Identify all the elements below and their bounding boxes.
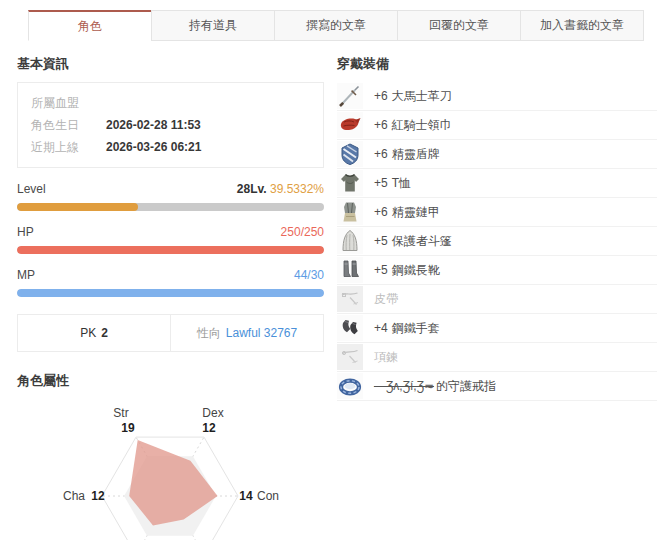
- tab-replied-posts[interactable]: 回覆的文章: [397, 10, 521, 41]
- character-profile-page: 角色 持有道具 撰寫的文章 回覆的文章 加入書籤的文章 基本資訊 所屬血盟 角色…: [0, 10, 668, 540]
- item-name: 紅騎士領巾: [392, 118, 452, 132]
- item-name: 大馬士革刀: [392, 89, 452, 103]
- basic-info-title: 基本資訊: [17, 55, 324, 73]
- level-percent: 39.5332%: [270, 182, 324, 196]
- equipment-row-iron-gloves[interactable]: +4鋼鐵手套: [337, 314, 657, 343]
- gloves-icon: [337, 315, 363, 341]
- equipment-row-tshirt[interactable]: +5T恤: [337, 169, 657, 198]
- hp-label: HP: [17, 225, 34, 239]
- level-label: Level: [17, 182, 46, 196]
- scarf-icon: [337, 112, 363, 138]
- radar-axis-value: 19: [121, 421, 135, 435]
- tab-label: 撰寫的文章: [306, 17, 366, 34]
- tab-bookmarked-posts[interactable]: 加入書籤的文章: [520, 10, 644, 41]
- level-progress-fill: [17, 203, 138, 211]
- tab-label: 回覆的文章: [429, 17, 489, 34]
- cloak-icon: [337, 228, 363, 254]
- mp-value: 44/30: [294, 268, 324, 282]
- item-name: 皮帶: [374, 292, 398, 306]
- info-row-birthday: 角色生日 2026-02-28 11:53: [31, 114, 310, 136]
- equipment-title: 穿戴裝備: [337, 55, 657, 73]
- attribute-radar-wrap: Str19Dex12Con14Int8Wis10Cha12: [17, 399, 324, 540]
- tab-label: 持有道具: [189, 17, 237, 34]
- tshirt-icon: [337, 170, 363, 196]
- radar-axis-label: Str: [113, 406, 128, 420]
- tab-written-posts[interactable]: 撰寫的文章: [274, 10, 398, 41]
- info-row-clan: 所屬血盟: [31, 92, 310, 114]
- equipment-row-protector-cloak[interactable]: +5保護者斗篷: [337, 227, 657, 256]
- pk-value: 2: [101, 326, 108, 340]
- hp-progress-fill: [17, 246, 324, 254]
- attribute-radar-chart: Str19Dex12Con14Int8Wis10Cha12: [17, 399, 324, 540]
- equipment-row-guardian-ring[interactable]: —Ʒʌ,Ʒí,Ʒ≂的守護戒指: [337, 372, 657, 401]
- tab-items[interactable]: 持有道具: [151, 10, 275, 41]
- pk-count: PK2: [18, 315, 170, 351]
- shield-icon: [337, 141, 363, 167]
- tab-bar: 角色 持有道具 撰寫的文章 回覆的文章 加入書籤的文章: [28, 10, 657, 41]
- hp-value: 250/250: [281, 225, 324, 239]
- item-name: 鋼鐵手套: [392, 321, 440, 335]
- pk-alignment-box: PK2 性向 Lawful 32767: [17, 314, 324, 352]
- item-name: 鋼鐵長靴: [392, 263, 440, 277]
- info-value: 2026-03-26 06:21: [106, 136, 201, 158]
- info-label: 所屬血盟: [31, 92, 79, 114]
- item-name: T恤: [392, 176, 411, 190]
- item-name: 精靈盾牌: [392, 147, 440, 161]
- item-name-garbled: —Ʒʌ,Ʒí,Ʒ≂: [374, 379, 434, 393]
- tab-label: 加入書籤的文章: [540, 17, 624, 34]
- radar-axis-label: Dex: [202, 406, 223, 420]
- sword-icon: [337, 83, 363, 109]
- equipment-row-iron-boots[interactable]: +5鋼鐵長靴: [337, 256, 657, 285]
- radar-axis-label: Con: [257, 489, 279, 503]
- alignment-label: 性向: [197, 325, 221, 342]
- equipment-row-damascus-sword[interactable]: +6大馬士革刀: [337, 82, 657, 111]
- mp-label: MP: [17, 268, 35, 282]
- radar-axis-value: 12: [91, 489, 105, 503]
- item-name: 項鍊: [374, 350, 398, 364]
- alignment: 性向 Lawful 32767: [170, 315, 323, 351]
- hp-bar-group: HP 250/250: [17, 225, 324, 254]
- info-value: 2026-02-28 11:53: [106, 114, 201, 136]
- necklace-icon: [337, 344, 363, 370]
- equipment-row-elven-shield[interactable]: +6精靈盾牌: [337, 140, 657, 169]
- equipment-row-necklace[interactable]: 項鍊: [337, 343, 657, 372]
- item-name: 精靈鏈甲: [392, 205, 440, 219]
- mp-progress-track: [17, 289, 324, 297]
- mp-bar-group: MP 44/30: [17, 268, 324, 297]
- boots-icon: [337, 257, 363, 283]
- hp-progress-track: [17, 246, 324, 254]
- tab-label: 角色: [78, 18, 102, 35]
- level-value: 28Lv. 39.5332%: [237, 182, 324, 196]
- equipment-list: +6大馬士革刀 +6紅騎士領巾 +6精靈盾牌: [337, 82, 657, 401]
- alignment-value: Lawful 32767: [226, 326, 297, 340]
- tab-character[interactable]: 角色: [28, 10, 152, 41]
- radar-axis-value: 12: [202, 421, 216, 435]
- radar-axis-value: 14: [239, 489, 253, 503]
- item-name: 保護者斗篷: [392, 234, 452, 248]
- chainmail-icon: [337, 199, 363, 225]
- attributes-title: 角色屬性: [17, 372, 324, 390]
- radar-axis-label: Cha: [63, 489, 85, 503]
- info-label: 近期上線: [31, 136, 79, 158]
- item-name: 的守護戒指: [436, 379, 496, 393]
- basic-info-box: 所屬血盟 角色生日 2026-02-28 11:53 近期上線 2026-03-…: [17, 82, 324, 168]
- ring-icon: [337, 373, 363, 399]
- level-bar-group: Level 28Lv. 39.5332%: [17, 182, 324, 211]
- equipment-row-elven-chainmail[interactable]: +6精靈鏈甲: [337, 198, 657, 227]
- pk-label: PK: [80, 326, 96, 340]
- info-row-last-login: 近期上線 2026-03-26 06:21: [31, 136, 310, 158]
- info-label: 角色生日: [31, 114, 79, 136]
- equipment-row-belt[interactable]: 皮帶: [337, 285, 657, 314]
- level-progress-track: [17, 203, 324, 211]
- belt-icon: [337, 286, 363, 312]
- mp-progress-fill: [17, 289, 324, 297]
- equipment-row-red-knight-scarf[interactable]: +6紅騎士領巾: [337, 111, 657, 140]
